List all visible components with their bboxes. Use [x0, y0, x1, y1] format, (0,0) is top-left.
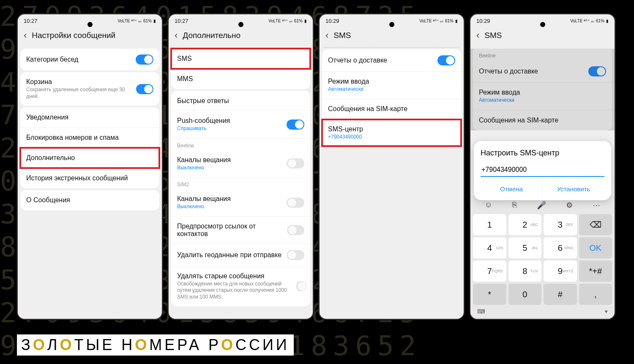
key-label: 4	[487, 243, 492, 253]
title-bar: ‹SMS	[470, 26, 615, 47]
back-icon[interactable]: ‹	[476, 30, 479, 41]
content-area: Категории беседКорзинаСохранять удаленны…	[18, 49, 162, 210]
settings-row[interactable]: Режим вводаАвтоматически	[473, 83, 612, 110]
settings-row[interactable]: Удалять старые сообщенияОсвобождение мес…	[171, 266, 310, 307]
phone-screen: 10:29VoLTE ⁴ᴳ⁺ ₐₗₗ61%▮‹SMSОтчеты о доста…	[319, 14, 465, 320]
toggle-switch[interactable]	[287, 120, 304, 130]
page-title: SMS	[484, 31, 502, 40]
set-button[interactable]: Установить	[543, 182, 604, 196]
key-,[interactable]: ,	[579, 284, 612, 305]
key-⌫[interactable]: ⌫	[579, 214, 612, 235]
back-icon[interactable]: ‹	[175, 30, 178, 41]
toggle-switch[interactable]	[136, 54, 153, 65]
key-*+#[interactable]: *+#	[579, 261, 612, 282]
key-5[interactable]: 5JKL	[508, 237, 542, 258]
divider-dotted	[324, 47, 459, 48]
toggle-switch[interactable]	[296, 281, 304, 291]
more-icon[interactable]: ⋯	[593, 201, 600, 210]
toggle-switch[interactable]	[287, 198, 304, 208]
row-label: Удалять старые сообщения	[177, 272, 296, 280]
settings-row[interactable]: MMS	[171, 69, 310, 89]
row-label: Быстрые ответы	[177, 97, 229, 105]
gear-icon[interactable]: ⚙	[566, 201, 573, 210]
cancel-button[interactable]: Отмена	[481, 182, 542, 196]
key-8[interactable]: 8TUV	[508, 261, 542, 282]
key-sublabel: DEF	[566, 223, 574, 227]
settings-row[interactable]: КорзинаСохранять удаленные сообщения еще…	[20, 72, 159, 106]
sticker-icon[interactable]: ⎘	[512, 201, 517, 210]
key-label: 5	[522, 243, 527, 253]
battery-icon: ▮	[455, 19, 458, 23]
row-label: Сообщения на SIM-карте	[479, 117, 558, 124]
settings-row[interactable]: Режим вводаАвтоматически	[322, 72, 461, 99]
settings-row[interactable]: Push-сообщенияСпрашивать	[171, 111, 310, 139]
key-9[interactable]: 9WXYZ	[544, 261, 577, 282]
row-label: Режим ввода	[479, 89, 520, 96]
mic-icon[interactable]: 🎤	[537, 201, 546, 210]
keyboard-switch-icon[interactable]: ⌨	[477, 308, 485, 315]
row-label: SMS	[177, 55, 192, 62]
key-label: OK	[589, 243, 601, 253]
settings-row[interactable]: Блокировка номеров и спама	[20, 128, 159, 148]
settings-group: BeelineОтчеты о доставкеРежим вводаАвтом…	[473, 49, 612, 130]
row-label: История экстренных сообщений	[26, 174, 128, 182]
status-time: 10:27	[24, 18, 38, 24]
back-icon[interactable]: ‹	[325, 30, 328, 41]
key-7[interactable]: 7PQRS	[473, 261, 506, 282]
toggle-switch[interactable]	[588, 66, 606, 76]
settings-row[interactable]: Уведомления	[20, 107, 159, 128]
page-title: SMS	[333, 31, 351, 40]
settings-row[interactable]: Сообщения на SIM-карте	[322, 99, 461, 120]
key-#[interactable]: #	[544, 284, 577, 305]
settings-row[interactable]: О Сообщения	[20, 190, 159, 210]
key-label: ⌫	[590, 220, 601, 230]
content-area: Отчеты о доставкеРежим вводаАвтоматическ…	[320, 47, 464, 146]
section-label: Beeline	[171, 139, 310, 150]
toggle-switch[interactable]	[287, 250, 304, 260]
settings-row[interactable]: Каналы вещанияВыключено	[171, 189, 310, 217]
key-label: 1	[487, 220, 492, 230]
key-OK[interactable]: OK	[579, 237, 612, 258]
row-label: Push-сообщения	[177, 117, 230, 125]
row-label: Отчеты о доставке	[479, 68, 538, 75]
back-icon[interactable]: ‹	[24, 30, 27, 41]
key-6[interactable]: 6MNO	[544, 237, 577, 258]
settings-row[interactable]: SMS-центр+79043490000	[322, 120, 461, 147]
toggle-switch[interactable]	[287, 225, 304, 235]
settings-row[interactable]: Отчеты о доставке	[473, 60, 612, 83]
row-label: Отчеты о доставке	[328, 57, 387, 64]
row-sublabel: Автоматически	[479, 97, 520, 104]
settings-row[interactable]: SMS	[171, 49, 310, 69]
row-label: Каналы вещания	[177, 195, 231, 203]
settings-row[interactable]: Сообщения на SIM-карте	[473, 110, 612, 130]
key-2[interactable]: 2ABC	[508, 214, 542, 235]
settings-row[interactable]: Быстрые ответы	[171, 91, 310, 111]
row-label: Блокировка номеров и спама	[26, 134, 119, 141]
emoji-icon[interactable]: ☺	[485, 201, 492, 210]
toggle-switch[interactable]	[136, 84, 153, 94]
key-sublabel: JKL	[531, 246, 538, 250]
settings-row[interactable]: Каналы вещанияВыключено	[171, 150, 310, 178]
settings-group: SMSMMS	[171, 49, 310, 89]
title-bar: ‹Настройки сообщений	[18, 26, 162, 47]
row-sublabel: +79043490000	[328, 134, 363, 141]
row-sublabel: Автоматически	[328, 86, 369, 93]
toggle-switch[interactable]	[287, 158, 304, 168]
numeric-keyboard: ☺⎘🎤⚙⋯12ABC3DEF⌫4GHI5JKL6MNOOK7PQRS8TUV9W…	[470, 196, 615, 319]
settings-row[interactable]: История экстренных сообщений	[20, 168, 159, 188]
settings-row[interactable]: Предпросмотр ссылок от контактов	[171, 217, 310, 244]
settings-row[interactable]: Отчеты о доставке	[322, 49, 461, 72]
keyboard-hide-icon[interactable]: ▾	[605, 308, 608, 315]
key-4[interactable]: 4GHI	[473, 237, 506, 258]
key-1[interactable]: 1	[473, 214, 506, 235]
key-*[interactable]: *	[473, 284, 506, 305]
key-0[interactable]: 0	[508, 284, 542, 305]
settings-row[interactable]: Категории бесед	[20, 49, 159, 71]
settings-row[interactable]: Удалить геоданные при отправке	[171, 244, 310, 266]
sms-center-input[interactable]	[481, 164, 604, 177]
key-3[interactable]: 3DEF	[544, 214, 577, 235]
phone-screen: 10:27VoLTE ⁴ᴳ⁺ ₐₗₗ61%▮‹ДополнительноSMSM…	[168, 14, 314, 320]
settings-row[interactable]: Дополнительно	[20, 148, 159, 168]
key-sublabel: PQRS	[492, 269, 503, 273]
toggle-switch[interactable]	[437, 55, 455, 65]
